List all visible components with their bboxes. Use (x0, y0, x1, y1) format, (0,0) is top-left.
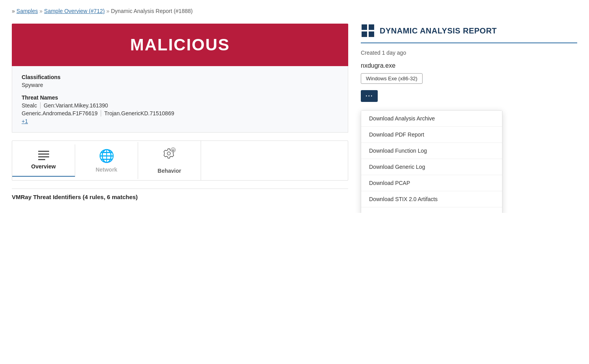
right-panel: DYNAMIC ANALYSIS REPORT Created 1 day ag… (348, 24, 577, 205)
tab-network[interactable]: 🌐 Network (75, 142, 138, 179)
dropdown-item-stix20-iocs[interactable]: Download STIX 2.0 IOCs (361, 207, 502, 213)
lines-icon (38, 151, 49, 160)
dropdown-item-stix20-artifacts[interactable]: Download STIX 2.0 Artifacts (361, 191, 502, 207)
dropdown-item-pdf[interactable]: Download PDF Report (361, 127, 502, 143)
classifications-value: Spyware (22, 82, 338, 88)
svg-rect-5 (369, 24, 374, 30)
breadcrumb-prefix: » (12, 8, 15, 14)
overview-icon (38, 151, 49, 160)
breadcrumb-samples[interactable]: Samples (17, 8, 38, 14)
created-time: Created 1 day ago (361, 50, 577, 56)
malicious-label: MALICIOUS (130, 35, 230, 54)
dropdown-item-archive[interactable]: Download Analysis Archive (361, 111, 502, 127)
breadcrumb: » Samples » Sample Overview (#712) » Dyn… (12, 8, 577, 14)
left-panel: MALICIOUS Classifications Spyware Threat… (12, 24, 348, 205)
threat-more-link[interactable]: +1 (22, 118, 28, 124)
svg-rect-6 (362, 31, 367, 37)
info-section: Classifications Spyware Threat Names Ste… (12, 66, 348, 133)
dropdown-item-function-log[interactable]: Download Function Log (361, 143, 502, 159)
malicious-banner: MALICIOUS (12, 24, 348, 66)
tab-behavior-label: Behavior (158, 168, 181, 174)
globe-icon: 🌐 (99, 148, 114, 163)
vmray-title: VMRay Threat Identifiers (4 rules, 6 mat… (12, 194, 138, 200)
threat-tag-0: Stealc (22, 102, 41, 109)
breadcrumb-sep2: » (106, 8, 109, 14)
svg-rect-4 (362, 24, 367, 30)
right-panel-header: DYNAMIC ANALYSIS REPORT (361, 24, 577, 43)
tabs-container: Overview 🌐 Network (12, 140, 348, 181)
threat-tag-2: Generic.Andromeda.F1F76619 (22, 110, 101, 116)
report-title: DYNAMIC ANALYSIS REPORT (380, 26, 497, 35)
dropdown-menu: Download Analysis Archive Download PDF R… (361, 110, 502, 213)
tab-overview[interactable]: Overview (12, 144, 75, 177)
breadcrumb-sep1: » (39, 8, 42, 14)
threat-names-row: Stealc Gen:Variant.Mikey.161390 (22, 102, 338, 109)
gear-icon: U (162, 147, 177, 164)
threat-names-row2: Generic.Andromeda.F1F76619 Trojan.Generi… (22, 110, 338, 116)
threat-tag-3: Trojan.GenericKD.71510869 (104, 110, 177, 116)
breadcrumb-current: Dynamic Analysis Report (#1888) (111, 8, 193, 14)
svg-point-0 (167, 152, 170, 155)
vmray-section: VMRay Threat Identifiers (4 rules, 6 mat… (12, 188, 348, 205)
dropdown-item-pcap[interactable]: Download PCAP (361, 175, 502, 191)
svg-text:U: U (172, 149, 174, 152)
svg-rect-7 (369, 31, 374, 37)
windows-icon (361, 24, 375, 38)
tab-behavior[interactable]: U Behavior (138, 141, 201, 180)
dropdown-item-generic-log[interactable]: Download Generic Log (361, 159, 502, 175)
filename: nxdugra.exe (361, 62, 577, 69)
main-layout: MALICIOUS Classifications Spyware Threat… (12, 24, 577, 205)
tab-network-label: Network (96, 166, 117, 173)
threat-names-label: Threat Names (22, 94, 338, 101)
three-dots-button[interactable]: ··· (361, 90, 378, 102)
breadcrumb-sample-overview[interactable]: Sample Overview (#712) (44, 8, 105, 14)
file-type-badge: Windows Exe (x86-32) (361, 73, 423, 84)
threat-tag-1: Gen:Variant.Mikey.161390 (44, 102, 111, 109)
classifications-label: Classifications (22, 74, 338, 80)
tab-overview-label: Overview (31, 163, 55, 170)
